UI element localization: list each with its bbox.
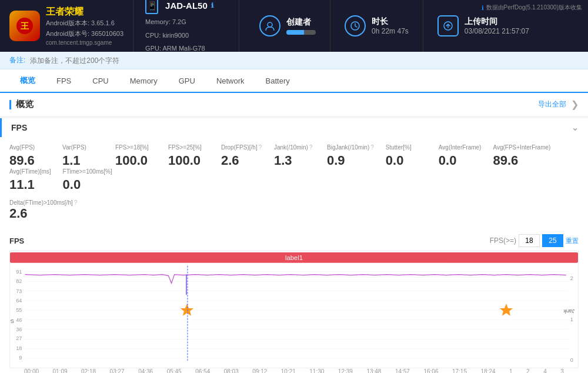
stat-bigjank: BigJank(/10min) ? 0.9 <box>327 144 380 168</box>
fps-collapse-icon[interactable]: ⌄ <box>572 123 579 132</box>
svg-text:1: 1 <box>570 317 573 322</box>
creator-icon <box>259 15 280 36</box>
stat-avg-fps-interframe: Avg(FPS+InterFrame) 89.6 <box>493 144 556 168</box>
svg-text:46: 46 <box>16 317 22 323</box>
help-icon-bigjank: ? <box>370 144 374 151</box>
help-icon-delta: ? <box>74 199 78 206</box>
stat-avg-interframe: Avg(InterFrame) 0.0 <box>439 144 487 168</box>
svg-text:36: 36 <box>16 327 22 332</box>
app-name: 王者荣耀 <box>46 6 123 18</box>
app-details: 王者荣耀 Android版本本: 3.65.1.6 Android版本号: 36… <box>46 6 123 45</box>
notes-bar: 备注: <box>0 52 588 69</box>
tab-gpu[interactable]: GPU <box>168 71 206 92</box>
fps-threshold-label: FPS(>=) <box>490 237 516 245</box>
overview-collapse-icon[interactable]: ❯ <box>571 99 579 110</box>
upload-value: 03/08/2021 21:57:07 <box>465 27 529 35</box>
svg-marker-34 <box>500 304 513 316</box>
app-android1: Android版本本: 3.65.1.6 <box>46 18 123 29</box>
device-cpu: CPU: kirin9000 <box>145 30 227 41</box>
svg-text:2: 2 <box>570 276 573 282</box>
device-memory: Memory: 7.2G <box>145 16 227 28</box>
creator-content: 创建者 <box>286 17 316 35</box>
reset-button[interactable]: 重置 <box>566 237 579 245</box>
duration-label: 时长 <box>372 16 409 27</box>
stat-fps18: FPS>=18[%] 100.0 <box>115 144 162 168</box>
svg-point-2 <box>268 22 272 27</box>
datasource-text: 数据由PerfDog(5.1.210300)版本收集 <box>486 4 582 12</box>
creator-section: 创建者 <box>245 0 330 52</box>
fps-chart-svg: label1 2 1 0 Jank 91 82 73 64 55 46 36 <box>10 251 578 368</box>
stat-jank: Jank(/10min) ? 1.3 <box>274 144 321 168</box>
creator-rating-bar <box>286 30 304 35</box>
app-info-section: 王 王者荣耀 Android版本本: 3.65.1.6 Android版本号: … <box>0 0 133 52</box>
creator-rating <box>286 30 316 35</box>
fps-section: FPS ⌄ Avg(FPS) 89.6 Var(FPS) 1.1 FPS>=18… <box>0 118 588 373</box>
svg-text:Jank: Jank <box>563 308 575 314</box>
overview-title: 概览 <box>9 99 34 110</box>
overview-header: 概览 导出全部 ❯ <box>0 93 588 116</box>
fps-stats-grid: Avg(FPS) 89.6 Var(FPS) 1.1 FPS>=18[%] 10… <box>0 137 588 199</box>
main-content: 概览 导出全部 ❯ FPS ⌄ Avg(FPS) 89.6 Var(FPS <box>0 93 588 373</box>
tab-fps[interactable]: FPS <box>46 71 82 92</box>
export-button[interactable]: 导出全部 <box>538 99 566 109</box>
tab-network[interactable]: Network <box>206 71 255 92</box>
svg-text:18: 18 <box>16 345 22 351</box>
svg-text:73: 73 <box>16 288 22 294</box>
upload-content: 上传时间 03/08/2021 21:57:07 <box>465 16 529 35</box>
info-icon: ℹ <box>482 5 484 11</box>
device-info-section: 📱 JAD-AL50 ℹ Memory: 7.2G CPU: kirin9000… <box>133 0 239 52</box>
help-icon-drop: ? <box>259 144 262 151</box>
delta-section: Delta(FTime)>100ms[/h] ? 2.6 <box>0 199 588 228</box>
duration-value: 0h 22m 47s <box>372 27 409 35</box>
app-package: com.tencent.tmgp.sgame <box>46 39 123 46</box>
fps-threshold-controls: FPS(>=) 重置 <box>490 234 579 247</box>
app-icon: 王 <box>9 11 40 41</box>
duration-section: 时长 0h 22m 47s <box>330 0 423 52</box>
svg-text:FPS: FPS <box>10 318 14 324</box>
tab-cpu[interactable]: CPU <box>82 71 119 92</box>
fps-header: FPS ⌄ <box>0 118 588 137</box>
stat-drop-fps: Drop(FPS)[/h] ? 2.6 <box>221 144 268 168</box>
device-gpu: GPU: ARM Mali-G78 <box>145 43 227 54</box>
tab-battery[interactable]: Battery <box>255 71 300 92</box>
stat-avg-ftime: Avg(FTime)[ms] 11.1 <box>9 168 57 192</box>
overview-section: 概览 导出全部 ❯ <box>0 93 588 116</box>
stat-fps25: FPS>=25[%] 100.0 <box>168 144 215 168</box>
svg-text:27: 27 <box>16 336 22 342</box>
app-android2: Android版本号: 365010603 <box>46 29 123 39</box>
svg-text:91: 91 <box>16 269 22 275</box>
duration-content: 时长 0h 22m 47s <box>372 16 409 35</box>
creator-label: 创建者 <box>286 17 316 28</box>
stat-ftime100: FTime>=100ms[%] 0.0 <box>63 168 118 192</box>
tab-navigation: 概览 FPS CPU Memory GPU Network Battery <box>0 69 588 93</box>
tab-memory[interactable]: Memory <box>119 71 168 92</box>
chart-top-bar: FPS FPS(>=) 重置 <box>9 234 579 247</box>
delta-value: 2.6 <box>9 206 579 221</box>
svg-marker-33 <box>181 304 193 316</box>
svg-text:0: 0 <box>570 357 573 363</box>
fps-chart: label1 2 1 0 Jank 91 82 73 64 55 46 36 <box>9 251 579 368</box>
help-icon-jank: ? <box>309 144 313 151</box>
svg-text:82: 82 <box>16 279 22 285</box>
svg-text:label1: label1 <box>285 254 303 261</box>
x-axis-labels: 00:00 01:09 02:18 03:27 04:36 05:45 06:5… <box>9 368 579 373</box>
fps-title: FPS <box>11 123 27 132</box>
notes-input[interactable] <box>30 56 579 65</box>
svg-text:55: 55 <box>16 307 22 313</box>
upload-label: 上传时间 <box>465 16 529 27</box>
chart-title: FPS <box>9 237 24 245</box>
stat-stutter: Stutter[%] 0.0 <box>386 144 433 168</box>
stat-var-fps: Var(FPS) 1.1 <box>62 144 109 168</box>
stat-avg-fps: Avg(FPS) 89.6 <box>9 144 56 168</box>
fps-threshold-input-1[interactable] <box>519 234 540 247</box>
svg-text:9: 9 <box>19 355 22 361</box>
device-name: 📱 JAD-AL50 ℹ <box>145 0 227 14</box>
notes-label: 备注: <box>9 55 25 65</box>
upload-icon <box>437 15 459 36</box>
fps-threshold-input-2[interactable] <box>542 234 563 247</box>
fps-chart-container: FPS FPS(>=) 重置 label1 2 <box>0 228 588 373</box>
info-device-icon: ℹ <box>211 2 213 9</box>
tab-overview[interactable]: 概览 <box>9 69 46 93</box>
delta-label-text: Delta(FTime)>100ms[/h] <box>9 199 73 206</box>
svg-text:王: 王 <box>21 21 29 31</box>
